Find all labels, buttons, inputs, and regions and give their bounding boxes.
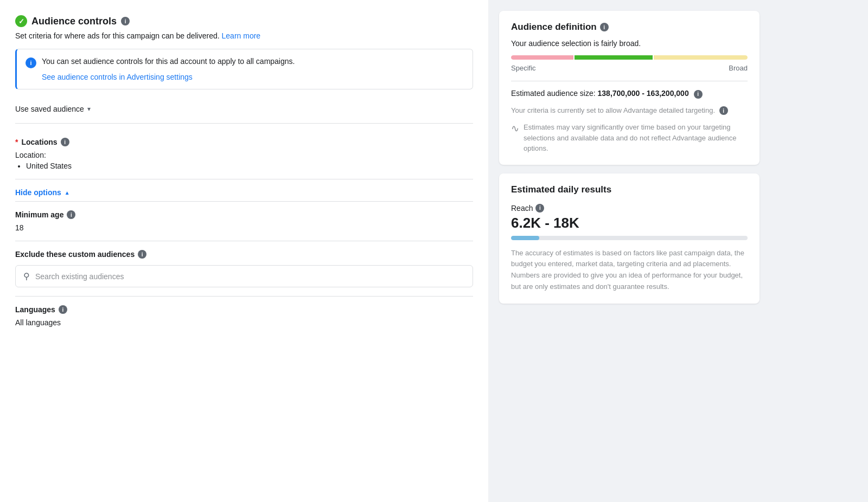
search-icon: ⚲ bbox=[23, 271, 30, 281]
languages-value: All languages bbox=[15, 318, 473, 327]
minimum-age-value: 18 bbox=[15, 223, 473, 232]
right-panel: Audience definition i Your audience sele… bbox=[488, 0, 770, 502]
search-audiences-input[interactable]: ⚲ Search existing audiences bbox=[15, 265, 473, 287]
list-item: United States bbox=[26, 162, 473, 170]
learn-more-link[interactable]: Learn more bbox=[222, 31, 261, 40]
languages-section: Languages i All languages bbox=[15, 297, 473, 336]
audience-description: Your audience selection is fairly broad. bbox=[511, 39, 748, 48]
advertising-settings-link[interactable]: See audience controls in Advertising set… bbox=[25, 73, 464, 81]
estimates-icon: ∿ bbox=[511, 123, 519, 134]
locations-label: Locations bbox=[21, 138, 57, 146]
reach-bar-fill bbox=[511, 236, 539, 240]
locations-label-row: * Locations i bbox=[15, 138, 473, 146]
subtitle-text: Set criteria for where ads for this camp… bbox=[15, 31, 473, 40]
minimum-age-label-row: Minimum age i bbox=[15, 210, 473, 219]
audience-definition-card: Audience definition i Your audience sele… bbox=[499, 11, 760, 165]
meter-label-broad: Broad bbox=[729, 64, 748, 72]
audience-definition-title-row: Audience definition i bbox=[511, 22, 748, 33]
languages-label: Languages bbox=[15, 305, 55, 314]
meter-label-specific: Specific bbox=[511, 64, 536, 72]
exclude-audiences-section: Exclude these custom audiences i ⚲ Searc… bbox=[15, 241, 473, 297]
section-title-row: Audience controls i bbox=[15, 15, 473, 27]
locations-info-icon[interactable]: i bbox=[61, 138, 69, 146]
location-list: United States bbox=[15, 162, 473, 170]
info-banner: i You can set audience controls for this… bbox=[15, 49, 473, 89]
location-sub-label: Location: bbox=[15, 151, 473, 159]
left-panel: Audience controls i Set criteria for whe… bbox=[0, 0, 488, 502]
check-icon bbox=[15, 15, 27, 27]
info-banner-row: i You can set audience controls for this… bbox=[25, 57, 464, 68]
daily-results-card: Estimated daily results Reach i 6.2K - 1… bbox=[499, 173, 760, 304]
criteria-text: Your criteria is currently set to allow … bbox=[511, 105, 748, 116]
exclude-audiences-info-icon[interactable]: i bbox=[138, 250, 146, 259]
exclude-audiences-label: Exclude these custom audiences bbox=[15, 250, 135, 259]
hide-options-label: Hide options bbox=[15, 188, 61, 197]
reach-value: 6.2K - 18K bbox=[511, 215, 748, 231]
meter-yellow bbox=[654, 55, 748, 60]
divider-1 bbox=[15, 123, 473, 124]
use-saved-audience-label: Use saved audience bbox=[15, 105, 84, 113]
reach-label-row: Reach i bbox=[511, 204, 748, 213]
daily-results-title: Estimated daily results bbox=[511, 184, 748, 195]
reach-info-icon[interactable]: i bbox=[535, 204, 544, 213]
estimated-audience-size: Estimated audience size: 138,700,000 - 1… bbox=[511, 89, 748, 99]
divider-2 bbox=[511, 81, 748, 81]
audience-definition-title: Audience definition bbox=[511, 22, 597, 33]
reach-bar-background bbox=[511, 236, 748, 240]
languages-label-row: Languages i bbox=[15, 305, 473, 314]
audience-controls-title: Audience controls bbox=[31, 16, 117, 27]
reach-label: Reach bbox=[511, 204, 533, 213]
audience-controls-info-icon[interactable]: i bbox=[121, 17, 130, 25]
meter-labels: Specific Broad bbox=[511, 64, 748, 72]
accuracy-text: The accuracy of estimates is based on fa… bbox=[511, 248, 748, 293]
audience-meter bbox=[511, 55, 748, 60]
meter-green bbox=[575, 55, 653, 60]
meter-red bbox=[511, 55, 573, 60]
estimates-text: Estimates may vary significantly over ti… bbox=[524, 122, 748, 154]
hide-options-button[interactable]: Hide options ▲ bbox=[15, 179, 473, 202]
search-placeholder: Search existing audiences bbox=[35, 272, 124, 281]
info-banner-text: You can set audience controls for this a… bbox=[42, 57, 295, 66]
criteria-info-icon[interactable]: i bbox=[719, 106, 728, 115]
est-size-info-icon[interactable]: i bbox=[694, 90, 703, 99]
estimates-row: ∿ Estimates may vary significantly over … bbox=[511, 122, 748, 154]
chevron-up-icon: ▲ bbox=[65, 190, 70, 196]
saved-audience-dropdown-arrow: ▾ bbox=[87, 105, 91, 113]
audience-definition-info-icon[interactable]: i bbox=[600, 23, 609, 31]
locations-section: * Locations i Location: United States bbox=[15, 129, 473, 179]
minimum-age-info-icon[interactable]: i bbox=[67, 210, 75, 219]
use-saved-audience-button[interactable]: Use saved audience ▾ bbox=[15, 100, 473, 118]
minimum-age-section: Minimum age i 18 bbox=[15, 202, 473, 241]
minimum-age-label: Minimum age bbox=[15, 210, 63, 219]
languages-info-icon[interactable]: i bbox=[59, 305, 67, 314]
info-banner-icon: i bbox=[25, 57, 36, 68]
exclude-audiences-label-row: Exclude these custom audiences i bbox=[15, 250, 473, 259]
